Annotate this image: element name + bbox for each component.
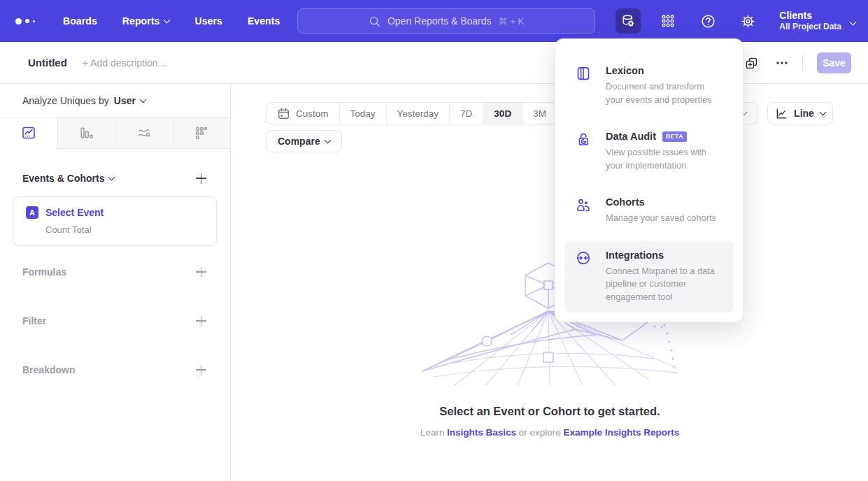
- filter-section-label: Filter: [22, 315, 46, 326]
- settings-button[interactable]: [735, 8, 760, 34]
- bar-chart-tab-icon: [78, 125, 94, 141]
- date-range-custom[interactable]: Custom: [266, 103, 339, 124]
- menu-item-lexicon[interactable]: Lexicon Document and transform your even…: [564, 56, 734, 115]
- events-cohorts-label: Events & Cohorts: [22, 173, 104, 184]
- search-placeholder: Open Reports & Boards: [387, 15, 492, 27]
- search-icon: [369, 15, 380, 27]
- line-chart-tab-icon: [21, 125, 36, 141]
- add-breakdown-button[interactable]: [196, 365, 206, 375]
- breakdown-section-label: Breakdown: [22, 364, 75, 375]
- compare-label: Compare: [278, 136, 320, 147]
- retention-grid-tab-icon: [194, 125, 209, 141]
- data-audit-icon: [576, 131, 591, 147]
- top-navbar: Boards Reports Users Events Open Reports…: [0, 0, 868, 42]
- analyze-uniques-label: Analyze Uniques by: [22, 95, 109, 106]
- report-title[interactable]: Untitled: [28, 57, 67, 69]
- menu-item-cohorts[interactable]: Cohorts Manage your saved cohorts: [564, 187, 734, 234]
- date-range-yesterday[interactable]: Yesterday: [386, 103, 450, 124]
- chevron-down-icon: [819, 108, 826, 115]
- tab-bar-chart[interactable]: [57, 117, 115, 149]
- menu-item-data-audit[interactable]: Data Audit BETA View possible issues wit…: [564, 122, 734, 181]
- analyze-by-dropdown[interactable]: User: [114, 95, 145, 106]
- tab-flow[interactable]: [115, 117, 173, 149]
- apps-grid-icon: [660, 13, 676, 29]
- line-chart-icon: [775, 107, 788, 120]
- ellipsis-icon: [776, 61, 788, 65]
- add-formula-button[interactable]: [196, 267, 206, 278]
- date-range-7d[interactable]: 7D: [449, 103, 483, 124]
- cohorts-title: Cohorts: [606, 196, 645, 208]
- tab-line-chart[interactable]: [0, 117, 57, 149]
- more-options-button[interactable]: [776, 61, 788, 65]
- nav-reports-label: Reports: [122, 15, 160, 27]
- nav-users[interactable]: Users: [194, 15, 222, 27]
- apps-grid-button[interactable]: [655, 8, 681, 34]
- empty-state-heading: Select an Event or Cohort to get started…: [232, 405, 868, 418]
- save-button[interactable]: Save: [817, 52, 851, 73]
- settings-gear-icon: [740, 13, 756, 29]
- data-management-button[interactable]: [616, 8, 641, 34]
- global-search-input[interactable]: Open Reports & Boards ⌘ + K: [297, 8, 595, 34]
- compare-dropdown[interactable]: Compare: [266, 130, 342, 152]
- event-row-card[interactable]: A Select Event Count Total: [13, 196, 217, 246]
- learn-text: Learn: [420, 427, 445, 438]
- explore-text: or explore: [519, 427, 561, 438]
- report-canvas: Custom Today Yesterday 7D 30D 3M 6M Comp…: [232, 85, 868, 481]
- event-letter-badge: A: [26, 206, 38, 219]
- lexicon-book-icon: [576, 66, 591, 81]
- mixpanel-logo[interactable]: [15, 18, 35, 24]
- cohorts-icon: [576, 197, 591, 213]
- header-divider: [802, 54, 803, 72]
- formulas-section-label: Formulas: [22, 266, 66, 278]
- chevron-down-icon: [108, 173, 115, 180]
- date-range-today[interactable]: Today: [339, 103, 386, 124]
- chart-type-label: Line: [794, 108, 814, 119]
- integrations-icon: [576, 250, 591, 266]
- data-management-icon: [620, 13, 636, 29]
- nav-events[interactable]: Events: [248, 15, 280, 27]
- help-button[interactable]: [695, 8, 720, 34]
- duplicate-icon: [744, 56, 759, 71]
- duplicate-button[interactable]: [744, 56, 759, 71]
- help-icon: [700, 13, 716, 29]
- flow-tab-icon: [136, 125, 152, 141]
- project-name: All Project Data: [779, 22, 841, 32]
- lexicon-description: Document and transform your events and p…: [606, 80, 724, 106]
- select-event-button[interactable]: Select Event: [45, 207, 104, 218]
- date-range-30d[interactable]: 30D: [483, 103, 522, 124]
- insights-report-page: Boards Reports Users Events Open Reports…: [0, 0, 868, 481]
- date-range-3m[interactable]: 3M: [522, 103, 557, 124]
- add-filter-button[interactable]: [196, 316, 206, 326]
- chevron-down-icon: [164, 16, 171, 23]
- empty-state-subtext: Learn Insights Basics or explore Example…: [232, 427, 868, 438]
- nav-boards[interactable]: Boards: [63, 15, 97, 27]
- integrations-description: Connect Mixpanel to a data pipeline or c…: [606, 265, 724, 304]
- data-audit-title: Data Audit: [606, 131, 656, 142]
- data-management-menu: Lexicon Document and transform your even…: [555, 38, 744, 322]
- org-name: Clients: [779, 10, 841, 22]
- calendar-icon: [277, 107, 290, 120]
- event-measure-dropdown[interactable]: Count Total: [45, 224, 216, 235]
- query-builder-sidebar: Analyze Uniques by User: [0, 85, 231, 481]
- integrations-title: Integrations: [606, 250, 664, 261]
- add-event-button[interactable]: [196, 173, 206, 184]
- chevron-down-icon: [850, 18, 857, 25]
- insights-basics-link[interactable]: Insights Basics: [447, 427, 516, 438]
- visualization-tabs: [0, 117, 230, 149]
- date-range-custom-label: Custom: [296, 108, 329, 119]
- events-cohorts-header[interactable]: Events & Cohorts: [22, 173, 114, 184]
- lexicon-title: Lexicon: [606, 65, 644, 76]
- example-reports-link[interactable]: Example Insights Reports: [564, 427, 680, 438]
- data-audit-description: View possible issues with your implement…: [606, 146, 724, 172]
- tab-retention[interactable]: [173, 117, 231, 149]
- add-description-field[interactable]: + Add description...: [83, 57, 166, 69]
- chart-type-dropdown[interactable]: Line: [767, 102, 833, 124]
- beta-badge: BETA: [662, 131, 687, 142]
- nav-reports[interactable]: Reports: [122, 15, 170, 27]
- menu-item-integrations[interactable]: Integrations Connect Mixpanel to a data …: [564, 240, 734, 313]
- search-shortcut: ⌘ + K: [499, 16, 525, 27]
- analyze-by-value: User: [114, 95, 136, 106]
- project-selector[interactable]: Clients All Project Data: [779, 10, 855, 33]
- cohorts-description: Manage your saved cohorts: [606, 212, 716, 225]
- chevron-down-icon: [324, 136, 331, 143]
